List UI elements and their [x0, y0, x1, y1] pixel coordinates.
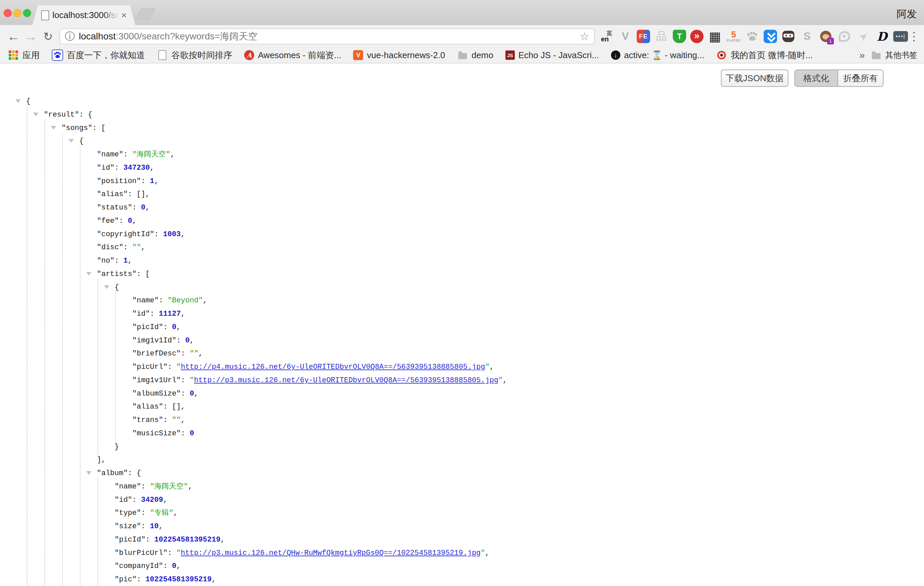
- json-line: "alias": [],: [0, 400, 924, 414]
- json-line: "picId": 0,: [0, 321, 924, 334]
- json-line: "name": "Beyond",: [0, 294, 924, 307]
- fehelper-icon[interactable]: FE: [637, 30, 650, 43]
- scope-guide-line: [115, 292, 116, 447]
- bookmark-active[interactable]: ↓active: ⌛ - waiting...: [611, 50, 705, 61]
- new-tab-button[interactable]: [135, 8, 155, 20]
- vysor-icon[interactable]: [764, 30, 777, 43]
- json-line: "picUrl": "http://p4.music.126.net/6y-Ul…: [0, 360, 924, 374]
- video-fastforward-icon[interactable]: »: [690, 30, 703, 43]
- bm-baidu-icon: [52, 50, 63, 61]
- forward-button[interactable]: →: [22, 30, 40, 43]
- collapse-toggle-icon[interactable]: [104, 285, 109, 289]
- password-manager-icon[interactable]: •••|: [893, 31, 908, 42]
- bookmark-weibo-home[interactable]: 我的首页 微博-随时...: [716, 50, 813, 61]
- qrcode-extension-icon[interactable]: ▦: [708, 29, 722, 44]
- postman-interceptor-icon[interactable]: [781, 29, 796, 44]
- scope-guide-line: [27, 106, 27, 585]
- url-text: localhost:3000/search?keywords=海阔天空: [79, 30, 257, 43]
- bm-page-icon: [157, 50, 168, 61]
- bookmark-google-sorted[interactable]: 谷歌按时间排序: [157, 50, 232, 61]
- minimize-window-button[interactable]: [13, 9, 21, 17]
- bookmark-echojs[interactable]: JSEcho JS - JavaScri...: [505, 50, 599, 61]
- bookmark-baidu[interactable]: 百度一下，你就知道: [52, 50, 145, 61]
- other-bookmarks-label: 其他书签: [885, 50, 917, 61]
- paw-extension-icon[interactable]: [745, 29, 760, 44]
- bm-folder-icon: [457, 50, 468, 61]
- bm-vue-icon: V: [353, 50, 363, 60]
- vue-devtools-icon[interactable]: V: [618, 29, 633, 44]
- scope-guide-line: [45, 120, 45, 586]
- bm-awesomes-icon: A: [244, 50, 254, 60]
- monkey-extension-icon[interactable]: 1: [818, 29, 833, 44]
- address-bar[interactable]: ⓘ localhost:3000/search?keywords=海阔天空 ☆: [59, 28, 595, 45]
- browser-menu-icon[interactable]: ⋮: [908, 30, 919, 43]
- browser-toolbar: ← → ↻ ⓘ localhost:3000/search?keywords=海…: [0, 25, 924, 48]
- active-tab[interactable]: localhost:3000/search?keywor ×: [32, 5, 135, 25]
- json-line: {: [0, 95, 924, 108]
- close-window-button[interactable]: [4, 9, 12, 17]
- scope-guide-line: [97, 279, 98, 461]
- json-line: ],: [0, 453, 924, 467]
- bookmark-apps[interactable]: 应用: [8, 50, 40, 61]
- json-line: "copyrightId": 1003,: [0, 228, 924, 241]
- collapse-toggle-icon[interactable]: [68, 139, 74, 143]
- back-button[interactable]: ←: [5, 30, 22, 43]
- zoom-window-button[interactable]: [23, 9, 31, 17]
- json-line: }: [0, 440, 924, 454]
- tab-bar: localhost:3000/search?keywor × 阿发: [0, 0, 924, 25]
- bookmarks-overflow-icon[interactable]: »: [859, 50, 865, 61]
- html5-player-icon[interactable]: 5PLAYER: [726, 29, 741, 44]
- other-bookmarks-button[interactable]: 其他书签: [871, 50, 917, 61]
- bookmark-awesomes[interactable]: AAwesomes - 前端资...: [244, 50, 341, 61]
- json-line: "position": 1,: [0, 175, 924, 188]
- json-line: "img1v1Url": "http://p3.music.126.net/6y…: [0, 374, 924, 387]
- collapse-all-button[interactable]: 折叠所有: [838, 70, 883, 86]
- scope-guide-line: [97, 478, 98, 585]
- folder-icon: [871, 50, 881, 61]
- traffic-lights: [4, 9, 31, 17]
- json-line: "album": {: [0, 467, 924, 480]
- json-line: "trans": "",: [0, 414, 924, 427]
- json-line: "alias": [],: [0, 188, 924, 201]
- translate-extension-icon[interactable]: 英en: [599, 29, 614, 44]
- url-host: localhost: [79, 31, 116, 41]
- scope-guide-line: [80, 146, 81, 585]
- bookmarks-bar: 应用百度一下，你就知道谷歌按时间排序AAwesomes - 前端资...Vvue…: [0, 48, 924, 63]
- tampermonkey-icon[interactable]: T: [673, 30, 686, 43]
- tab-close-icon[interactable]: ×: [121, 11, 127, 20]
- bookmark-star-icon[interactable]: ☆: [579, 31, 589, 42]
- d-letter-extension-icon[interactable]: D: [874, 29, 889, 44]
- extensions-row: 英enVFE品T»▦5PLAYERS1➤D•••|: [599, 29, 908, 44]
- collapse-toggle-icon[interactable]: [33, 112, 38, 116]
- bookmark-label: demo: [472, 50, 493, 61]
- json-line: "id": 347230,: [0, 161, 924, 175]
- json-url-link[interactable]: http://p3.music.126.net/QHw-RuMwfQkmgtiy…: [181, 549, 481, 557]
- bookmark-demo-folder[interactable]: demo: [457, 50, 493, 61]
- json-line: "result": {: [0, 108, 924, 122]
- collapse-toggle-icon[interactable]: [15, 99, 21, 103]
- bookmark-label: 百度一下，你就知道: [67, 50, 145, 61]
- json-line: "briefDesc": "",: [0, 347, 924, 360]
- profile-name[interactable]: 阿发: [897, 7, 917, 21]
- collapse-toggle-icon[interactable]: [86, 272, 92, 276]
- origami-bird-extension-icon[interactable]: ➤: [856, 29, 871, 44]
- bookmark-label: 我的首页 微博-随时...: [731, 50, 813, 61]
- download-json-button[interactable]: 下载JSON数据: [721, 69, 789, 87]
- weibo-extension-icon[interactable]: [837, 29, 852, 44]
- site-info-icon[interactable]: ⓘ: [65, 31, 75, 41]
- sitemap-extension-icon[interactable]: 品: [654, 29, 669, 44]
- stylish-icon[interactable]: S: [800, 29, 814, 44]
- bm-echojs-icon: JS: [505, 50, 515, 60]
- json-viewer: {"result": {"songs": [{"name": "海阔天空","i…: [0, 95, 924, 585]
- reload-button[interactable]: ↻: [40, 31, 57, 42]
- collapse-toggle-icon[interactable]: [86, 471, 92, 475]
- json-url-link[interactable]: http://p4.music.126.net/6y-UleORITEDbvrO…: [181, 363, 485, 371]
- bookmark-label: Echo JS - JavaScri...: [518, 50, 599, 61]
- view-mode-group: 格式化 折叠所有: [794, 69, 884, 87]
- json-line: {: [0, 281, 924, 294]
- json-url-link[interactable]: http://p3.music.126.net/6y-UleORITEDbvrO…: [194, 376, 498, 385]
- json-line: "blurPicUrl": "http://p3.music.126.net/Q…: [0, 546, 924, 560]
- format-button[interactable]: 格式化: [795, 70, 838, 86]
- bookmark-vue-hackernews[interactable]: Vvue-hackernews-2.0: [353, 50, 445, 61]
- collapse-toggle-icon[interactable]: [51, 126, 56, 130]
